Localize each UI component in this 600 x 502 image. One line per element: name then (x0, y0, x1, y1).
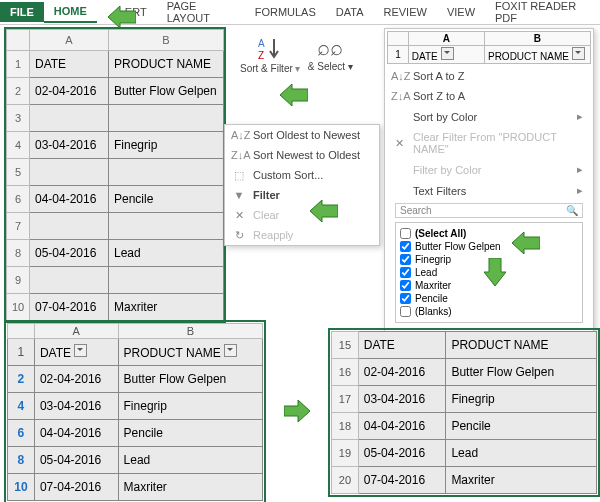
row-header[interactable]: 19 (332, 439, 359, 466)
row-header[interactable]: 1 (7, 51, 30, 78)
cell[interactable]: 07-04-2016 (34, 474, 118, 501)
filter-check-item[interactable]: (Select All) (400, 227, 578, 240)
cell[interactable]: Finegrip (446, 385, 597, 412)
col-header-a[interactable]: A (30, 30, 109, 51)
cell[interactable]: Maxriter (446, 466, 597, 493)
cell[interactable] (30, 159, 109, 186)
cell[interactable]: Pencile (109, 186, 224, 213)
filter-check-item[interactable]: (Blanks) (400, 305, 578, 318)
filter-menu-item[interactable]: A↓ZSort A to Z (385, 66, 593, 86)
cell[interactable]: Butter Flow Gelpen (109, 78, 224, 105)
tab-view[interactable]: VIEW (437, 2, 485, 22)
menu-item[interactable]: A↓ZSort Oldest to Newest (225, 125, 379, 145)
tab-data[interactable]: DATA (326, 2, 374, 22)
cell[interactable]: 02-04-2016 (30, 78, 109, 105)
tab-page-layout[interactable]: PAGE LAYOUT (157, 0, 245, 28)
menu-item[interactable]: ⬚Custom Sort... (225, 165, 379, 185)
cell[interactable]: 05-04-2016 (30, 240, 109, 267)
cell[interactable]: Finegrip (109, 132, 224, 159)
filter-search-input[interactable]: Search🔍 (395, 203, 583, 218)
row-header[interactable]: 3 (7, 105, 30, 132)
row-header[interactable]: 10 (8, 474, 35, 501)
col-header-b[interactable]: B (109, 30, 224, 51)
row-header[interactable]: 6 (7, 186, 30, 213)
cell[interactable]: PRODUCT NAME (109, 51, 224, 78)
cell[interactable]: Pencile (446, 412, 597, 439)
row-header[interactable]: 18 (332, 412, 359, 439)
filter-menu-item[interactable]: Z↓ASort Z to A (385, 86, 593, 106)
row-header[interactable]: 8 (8, 447, 35, 474)
cell[interactable] (30, 105, 109, 132)
cell[interactable]: 03-04-2016 (34, 393, 118, 420)
tab-review[interactable]: REVIEW (374, 2, 437, 22)
mini-col-a[interactable]: A (408, 32, 484, 46)
checkbox[interactable] (400, 306, 411, 317)
product-filter-dropdown[interactable] (572, 47, 585, 60)
cell[interactable] (109, 105, 224, 132)
menu-item[interactable]: Z↓ASort Newest to Oldest (225, 145, 379, 165)
row-header[interactable]: 1 (8, 339, 35, 366)
mini-col-b[interactable]: B (484, 32, 590, 46)
cell[interactable]: Butter Flow Gelpen (118, 366, 263, 393)
tab-home[interactable]: HOME (44, 1, 97, 23)
row-header[interactable]: 2 (8, 366, 35, 393)
cell[interactable]: Lead (118, 447, 263, 474)
cell[interactable] (109, 213, 224, 240)
checkbox[interactable] (400, 241, 411, 252)
tab-file[interactable]: FILE (0, 2, 44, 22)
row-header[interactable]: 20 (332, 466, 359, 493)
res-col-a[interactable]: A (34, 324, 118, 339)
cell[interactable] (30, 267, 109, 294)
filter-check-item[interactable]: Pencile (400, 292, 578, 305)
cell[interactable]: Maxriter (109, 294, 224, 321)
cell[interactable]: Maxriter (118, 474, 263, 501)
cell[interactable]: Finegrip (118, 393, 263, 420)
cell[interactable] (30, 213, 109, 240)
checkbox[interactable] (400, 267, 411, 278)
filter-check-item[interactable]: Lead (400, 266, 578, 279)
cell[interactable]: 04-04-2016 (34, 420, 118, 447)
filter-check-item[interactable]: Maxriter (400, 279, 578, 292)
cell[interactable]: Lead (109, 240, 224, 267)
res-col-b[interactable]: B (118, 324, 263, 339)
cell[interactable]: 02-04-2016 (34, 366, 118, 393)
cell[interactable]: 04-04-2016 (30, 186, 109, 213)
cell[interactable]: Lead (446, 439, 597, 466)
date-filter-dropdown[interactable] (441, 47, 454, 60)
row-header[interactable]: 2 (7, 78, 30, 105)
row-header[interactable]: 5 (7, 159, 30, 186)
cell[interactable]: 05-04-2016 (358, 439, 446, 466)
cell[interactable]: 03-04-2016 (358, 385, 446, 412)
cell[interactable]: PRODUCT NAME (118, 339, 263, 366)
checkbox[interactable] (400, 254, 411, 265)
cell[interactable]: 07-04-2016 (30, 294, 109, 321)
filter-check-item[interactable]: Finegrip (400, 253, 578, 266)
cell[interactable]: 07-04-2016 (358, 466, 446, 493)
cell[interactable]: DATE (358, 331, 446, 358)
cell[interactable]: DATE (34, 339, 118, 366)
checkbox[interactable] (400, 280, 411, 291)
cell[interactable]: DATE (30, 51, 109, 78)
row-header[interactable]: 7 (7, 213, 30, 240)
sort-filter-button[interactable]: AZ Sort & Filter▾ (236, 31, 304, 78)
row-header[interactable]: 10 (7, 294, 30, 321)
checkbox[interactable] (400, 228, 411, 239)
checkbox[interactable] (400, 293, 411, 304)
row-header[interactable]: 8 (7, 240, 30, 267)
row-header[interactable]: 15 (332, 331, 359, 358)
filter-check-item[interactable]: Butter Flow Gelpen (400, 240, 578, 253)
row-header[interactable]: 4 (8, 393, 35, 420)
cell[interactable]: 03-04-2016 (30, 132, 109, 159)
menu-item[interactable]: ▼Filter (225, 185, 379, 205)
cell[interactable]: 02-04-2016 (358, 358, 446, 385)
filter-dropdown[interactable] (74, 344, 87, 357)
row-header[interactable]: 4 (7, 132, 30, 159)
cell[interactable] (109, 267, 224, 294)
find-select-button[interactable]: ⌕⌕ & Select ▾ (304, 31, 357, 76)
filter-menu-item[interactable]: Text Filters▸ (385, 180, 593, 201)
cell[interactable]: Pencile (118, 420, 263, 447)
filter-menu-item[interactable]: Sort by Color▸ (385, 106, 593, 127)
tab-foxit[interactable]: FOXIT READER PDF (485, 0, 600, 28)
cell[interactable]: 04-04-2016 (358, 412, 446, 439)
tab-formulas[interactable]: FORMULAS (245, 2, 326, 22)
